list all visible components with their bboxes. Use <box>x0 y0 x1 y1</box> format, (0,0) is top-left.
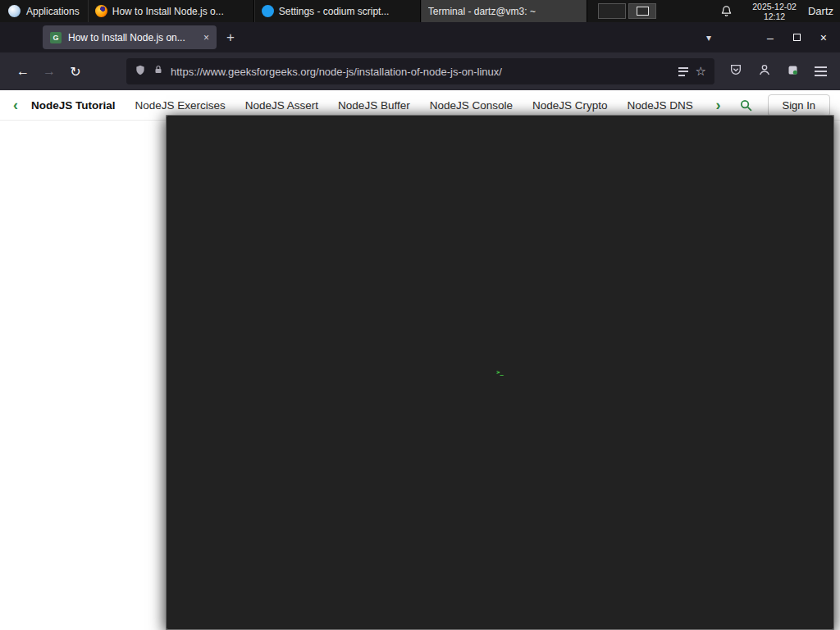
browser-tab-bar: G How to Install Node.js on... × + ▾ – × <box>0 22 840 52</box>
workspace-pager[interactable] <box>598 0 656 22</box>
taskbar-button-title: How to Install Node.js o... <box>112 6 224 17</box>
taskbar: How to Install Node.js o...Settings - co… <box>88 0 587 22</box>
notifications-icon[interactable] <box>720 0 733 22</box>
taskbar-button-title: Settings - codium script... <box>279 6 390 17</box>
firefox-icon <box>95 5 107 17</box>
tab-favicon-icon: G <box>50 32 62 43</box>
codium-icon <box>262 5 274 17</box>
pager-window-preview <box>637 7 649 16</box>
taskbar-button-firefox[interactable]: How to Install Node.js o... <box>88 0 254 22</box>
clock-time: 12:12 <box>764 11 785 21</box>
top-panel: Applications How to Install Node.js o...… <box>0 0 840 22</box>
site-nav-item[interactable]: NodeJS Crypto <box>532 99 608 112</box>
tracking-protection-icon[interactable] <box>135 64 146 80</box>
browser-tab[interactable]: G How to Install Node.js on... × <box>43 25 217 49</box>
username[interactable]: Dartz <box>805 0 840 22</box>
pocket-icon[interactable] <box>729 63 742 80</box>
applications-button[interactable]: Applications <box>0 0 88 22</box>
site-nav-item[interactable]: NodeJS Tutorial <box>31 99 116 112</box>
taskbar-button-title: Terminal - dartz@vm3: ~ <box>428 6 536 17</box>
url-bar[interactable]: https://www.geeksforgeeks.org/node-js/in… <box>126 58 714 84</box>
sign-in-button[interactable]: Sign In <box>768 94 830 116</box>
window-minimize-button[interactable]: – <box>767 31 774 44</box>
distro-logo-icon <box>8 5 21 17</box>
clock[interactable]: 2025-12-02 12:12 <box>744 0 805 22</box>
site-nav-items: NodeJS TutorialNodeJS ExercisesNodeJS As… <box>21 99 711 112</box>
tab-title: How to Install Node.js on... <box>68 32 197 43</box>
list-all-tabs-button[interactable]: ▾ <box>706 32 711 43</box>
taskbar-button-codium[interactable]: Settings - codium script... <box>254 0 421 22</box>
lock-icon[interactable] <box>153 64 163 79</box>
back-button[interactable]: ← <box>10 59 36 84</box>
reload-button[interactable]: ↻ <box>62 59 89 84</box>
panel-spacer <box>587 0 594 22</box>
account-icon[interactable] <box>758 63 771 80</box>
site-nav-item[interactable]: NodeJS Buffer <box>338 99 410 112</box>
forward-button[interactable]: → <box>36 59 62 84</box>
clock-date: 2025-12-02 <box>752 2 797 11</box>
taskbar-button-terminal[interactable]: >_Terminal - dartz@vm3: ~ <box>421 0 587 22</box>
applications-label: Applications <box>26 6 80 17</box>
workspace-2[interactable] <box>628 3 656 19</box>
extension-icon[interactable] <box>787 64 799 80</box>
site-nav-item[interactable]: NodeJS Exercises <box>135 99 226 112</box>
workspace-1[interactable] <box>598 3 626 19</box>
window-maximize-button[interactable] <box>793 34 801 41</box>
reader-mode-icon[interactable] <box>678 67 688 76</box>
tab-close-icon[interactable]: × <box>203 32 209 43</box>
bookmark-star-icon[interactable]: ☆ <box>696 64 706 79</box>
site-nav-item[interactable]: NodeJS Console <box>430 99 513 112</box>
new-tab-button[interactable]: + <box>226 30 235 46</box>
browser-toolbar: ← → ↻ https://www.geeksforgeeks.org/node… <box>0 52 840 90</box>
site-nav-next-icon[interactable]: › <box>713 97 724 114</box>
window-close-button[interactable]: × <box>820 31 827 44</box>
search-icon[interactable] <box>739 98 753 112</box>
site-nav-item[interactable]: NodeJS Assert <box>245 99 318 112</box>
maximize-icon <box>793 34 801 41</box>
menu-icon[interactable] <box>815 66 827 76</box>
url-text: https://www.geeksforgeeks.org/node-js/in… <box>171 66 671 78</box>
site-nav-item[interactable]: NodeJS DNS <box>628 99 693 112</box>
site-nav-prev-icon[interactable]: ‹ <box>10 97 21 114</box>
